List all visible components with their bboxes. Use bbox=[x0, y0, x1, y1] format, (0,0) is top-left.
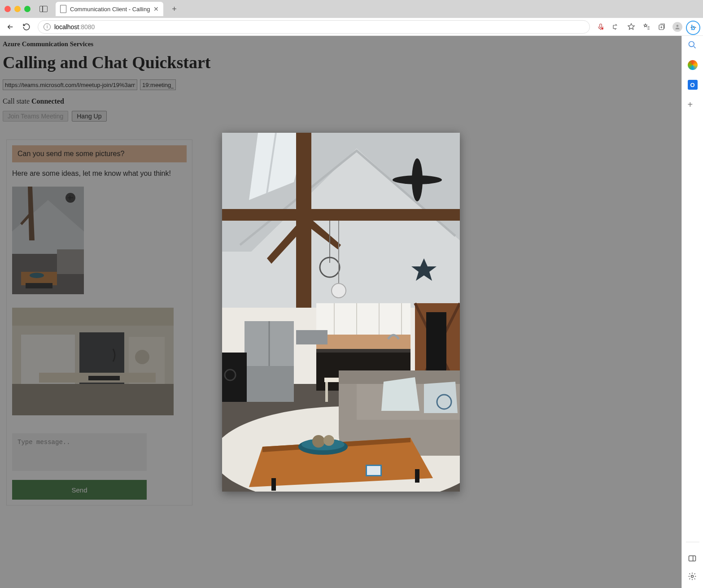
svg-rect-31 bbox=[222, 209, 460, 221]
mic-icon[interactable] bbox=[596, 22, 605, 31]
back-button[interactable] bbox=[5, 22, 15, 32]
svg-rect-76 bbox=[415, 469, 419, 483]
close-tab-icon[interactable]: ✕ bbox=[153, 5, 159, 13]
url-port: :8080 bbox=[79, 23, 95, 30]
page-icon bbox=[60, 5, 66, 13]
address-bar[interactable]: i localhost:8080 bbox=[38, 20, 590, 34]
svg-point-38 bbox=[412, 158, 423, 201]
url-host: localhost bbox=[54, 23, 79, 30]
svg-point-26 bbox=[691, 575, 693, 578]
tab-title: Communication Client - Calling bbox=[70, 6, 150, 13]
svg-point-80 bbox=[323, 435, 334, 446]
sidebar-search-icon[interactable] bbox=[688, 40, 698, 50]
svg-marker-70 bbox=[381, 377, 419, 411]
new-tab-button[interactable]: + bbox=[168, 3, 180, 15]
svg-point-1 bbox=[602, 27, 604, 30]
favorite-star-icon[interactable] bbox=[627, 22, 636, 31]
svg-rect-75 bbox=[271, 478, 276, 491]
sidebar-divider bbox=[686, 542, 699, 542]
maximize-window-button[interactable] bbox=[24, 6, 31, 12]
svg-rect-24 bbox=[689, 556, 695, 561]
titlebar: Communication Client - Calling ✕ + bbox=[0, 0, 703, 18]
svg-point-79 bbox=[312, 435, 325, 448]
collections-icon[interactable] bbox=[657, 22, 666, 31]
favorites-list-icon[interactable] bbox=[642, 22, 651, 31]
sidebar-settings-icon[interactable] bbox=[688, 572, 698, 582]
svg-rect-58 bbox=[316, 349, 410, 353]
svg-rect-82 bbox=[367, 466, 380, 475]
browser-tab[interactable]: Communication Client - Calling ✕ bbox=[56, 2, 163, 16]
svg-point-42 bbox=[332, 283, 346, 298]
sidebar-toggle-panel-icon[interactable] bbox=[688, 554, 698, 564]
close-window-button[interactable] bbox=[4, 6, 11, 12]
sidebar-microsoft365-icon[interactable] bbox=[688, 60, 698, 70]
toolbar: i localhost:8080 ⋯ bbox=[0, 18, 703, 36]
image-preview[interactable] bbox=[222, 133, 460, 492]
sidebar-outlook-icon[interactable]: O bbox=[688, 80, 698, 90]
svg-rect-0 bbox=[600, 24, 602, 27]
minimize-window-button[interactable] bbox=[14, 6, 21, 12]
edge-sidebar: O + bbox=[681, 36, 703, 588]
site-info-icon[interactable]: i bbox=[44, 23, 51, 30]
tab-actions-icon[interactable] bbox=[39, 6, 48, 12]
refresh-button[interactable] bbox=[22, 22, 31, 32]
svg-point-23 bbox=[689, 42, 694, 47]
svg-point-3 bbox=[677, 25, 679, 27]
svg-rect-66 bbox=[325, 382, 328, 402]
profile-avatar-icon[interactable] bbox=[672, 22, 682, 32]
toolbar-right: ⋯ bbox=[596, 22, 698, 32]
sidebar-add-icon[interactable]: + bbox=[688, 100, 698, 109]
svg-rect-62 bbox=[296, 330, 327, 344]
window-controls bbox=[4, 6, 31, 12]
svg-rect-50 bbox=[426, 312, 446, 379]
read-aloud-icon[interactable] bbox=[611, 22, 620, 31]
svg-rect-51 bbox=[316, 303, 410, 335]
browser-chrome: Communication Client - Calling ✕ + i loc… bbox=[0, 0, 703, 36]
copilot-icon[interactable]: b bbox=[686, 21, 700, 35]
svg-rect-61 bbox=[245, 366, 294, 402]
image-preview-overlay[interactable] bbox=[0, 36, 681, 588]
